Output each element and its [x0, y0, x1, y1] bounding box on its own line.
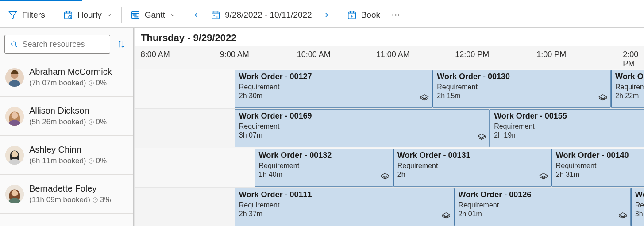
- schedule-toolbar: Filters Hourly Gantt 9/28/2022 - 10/11/2…: [0, 2, 644, 28]
- book-button[interactable]: Book: [341, 8, 386, 23]
- booking-subtitle: Requirement: [239, 83, 429, 91]
- resource-search-box[interactable]: [4, 35, 110, 54]
- booking-title: Work Order - 00169: [239, 111, 486, 121]
- gantt-icon: [131, 10, 140, 20]
- timeline-row[interactable]: Work Order - 00169Requirement3h 07mWork …: [135, 109, 644, 148]
- booking-duration: 3h 31m: [635, 210, 644, 218]
- resource-name: Bernadette Foley: [29, 184, 111, 194]
- date-range-button[interactable]: 9/28/2022 - 10/11/2022: [204, 8, 318, 23]
- view-dropdown[interactable]: Gantt: [124, 8, 182, 23]
- booking-subtitle: Requirement: [397, 162, 548, 170]
- booking-block[interactable]: Work Order - 00155Requirement2h 19m: [490, 109, 644, 147]
- booking-block[interactable]: Work ORequireme3h 31m: [631, 188, 644, 226]
- time-tick: 9:00 AM: [220, 50, 249, 59]
- resource-booked: (11h 09m booked)3%: [29, 195, 111, 204]
- search-icon: [10, 40, 18, 49]
- booking-subtitle: Requirement: [437, 83, 607, 91]
- calendar-add-icon: [347, 10, 357, 20]
- time-tick: 12:00 PM: [455, 50, 489, 59]
- resource-name: Abraham McCormick: [29, 67, 112, 77]
- resource-name: Allison Dickson: [29, 106, 107, 116]
- view-label: Gantt: [145, 10, 165, 20]
- booking-subtitle: Requirement: [259, 162, 389, 170]
- resource-row[interactable]: Ashley Chinn(6h 11m booked)0%: [0, 136, 133, 175]
- time-tick: 10:00 AM: [297, 50, 331, 59]
- day-header: Thursday - 9/29/2022: [135, 28, 644, 46]
- svg-point-21: [12, 190, 18, 196]
- ellipsis-icon: [391, 10, 401, 20]
- booking-title: Work Order - 00111: [239, 190, 450, 199]
- chevron-down-icon: [106, 12, 112, 18]
- booking-title: Work Order - 00131: [397, 151, 548, 160]
- avatar: [5, 107, 24, 126]
- handshake-icon: [441, 211, 451, 223]
- booking-block[interactable]: Work Order - 00111Requirement2h 37m: [235, 188, 454, 226]
- svg-point-8: [395, 14, 396, 15]
- handshake-icon: [420, 93, 429, 105]
- booking-subtitle: Requirement: [239, 201, 450, 209]
- booking-duration: 2h 15m: [437, 92, 607, 100]
- svg-point-9: [398, 14, 399, 15]
- timeline-row[interactable]: Work Order - 00132Requirement1h 40mWork …: [135, 148, 644, 188]
- booking-subtitle: Requirement: [494, 123, 644, 130]
- filters-button[interactable]: Filters: [2, 8, 51, 23]
- date-next-button[interactable]: [318, 8, 335, 22]
- resource-row[interactable]: Bernadette Foley(11h 09m booked)3%: [0, 175, 133, 214]
- book-label: Book: [361, 10, 380, 20]
- booking-title: Work O: [635, 190, 644, 199]
- chevron-left-icon: [192, 11, 200, 19]
- booking-title: Work Order - 00127: [239, 72, 429, 81]
- sort-resources-button[interactable]: [114, 37, 129, 52]
- chevron-down-icon: [170, 12, 176, 18]
- date-range-label: 9/28/2022 - 10/11/2022: [225, 10, 312, 20]
- booking-subtitle: Requirement: [239, 123, 486, 130]
- booking-block[interactable]: Work Order - 00127Requirement2h 30m: [235, 70, 433, 108]
- filters-label: Filters: [22, 10, 45, 20]
- toolbar-overflow-button[interactable]: [386, 8, 405, 23]
- booking-duration: 2h 01m: [459, 210, 627, 218]
- booking-title: Work Order -: [615, 72, 644, 81]
- booking-duration: 2h: [397, 171, 548, 179]
- booking-block[interactable]: Work Order - 00140Requirement2h 31m: [551, 149, 644, 187]
- booking-subtitle: Requireme: [635, 201, 644, 209]
- booking-title: Work Order - 00126: [459, 190, 627, 199]
- interval-label: Hourly: [77, 10, 102, 20]
- timeline-row[interactable]: Work Order - 00111Requirement2h 37mWork …: [135, 188, 644, 226]
- booking-subtitle: Requirement: [615, 83, 644, 91]
- resource-booked: (6h 11m booked)0%: [29, 157, 107, 165]
- time-tick: 8:00 AM: [141, 50, 170, 59]
- resource-row[interactable]: Allison Dickson(5h 26m booked)0%: [0, 97, 133, 136]
- svg-point-15: [12, 112, 18, 119]
- resource-row[interactable]: Abraham McCormick(7h 07m booked)0%: [0, 58, 133, 97]
- booking-title: Work Order - 00130: [437, 72, 607, 81]
- handshake-icon: [618, 211, 628, 223]
- time-tick: 11:00 AM: [376, 50, 410, 59]
- avatar: [5, 146, 24, 165]
- avatar: [5, 185, 24, 203]
- avatar: [5, 68, 24, 87]
- interval-dropdown[interactable]: Hourly: [57, 8, 119, 23]
- booking-block[interactable]: Work Order - 00130Requirement2h 15m: [432, 70, 611, 108]
- calendar-range-icon: [211, 10, 220, 20]
- time-tick: 1:00 PM: [536, 50, 566, 59]
- booking-duration: 2h 19m: [494, 131, 644, 139]
- svg-point-10: [12, 42, 16, 46]
- handshake-icon: [598, 93, 608, 105]
- booking-block[interactable]: Work Order - 00169Requirement3h 07m: [235, 109, 490, 147]
- booking-block[interactable]: Work Order - 00132Requirement1h 40m: [255, 149, 393, 187]
- handshake-icon: [477, 133, 486, 144]
- booking-duration: 2h 22m: [615, 92, 644, 100]
- booking-block[interactable]: Work Order - 00131Requirement2h: [393, 149, 551, 187]
- booking-subtitle: Requirement: [459, 201, 627, 209]
- timeline-panel: Thursday - 9/29/2022 8:00 AM9:00 AM10:00…: [135, 28, 644, 226]
- app-tab-strip: [0, 0, 644, 2]
- booking-block[interactable]: Work Order - 00126Requirement2h 01m: [454, 188, 631, 226]
- svg-rect-3: [133, 15, 136, 15]
- booking-block[interactable]: Work Order -Requirement2h 22m: [611, 70, 644, 108]
- sort-icon: [116, 39, 126, 49]
- timeline-row[interactable]: Work Order - 00127Requirement2h 30mWork …: [135, 69, 644, 109]
- time-scale: 8:00 AM9:00 AM10:00 AM11:00 AM12:00 PM1:…: [135, 50, 644, 68]
- date-prev-button[interactable]: [188, 8, 204, 22]
- search-input[interactable]: [22, 40, 104, 49]
- resource-booked: (7h 07m booked)0%: [29, 79, 112, 88]
